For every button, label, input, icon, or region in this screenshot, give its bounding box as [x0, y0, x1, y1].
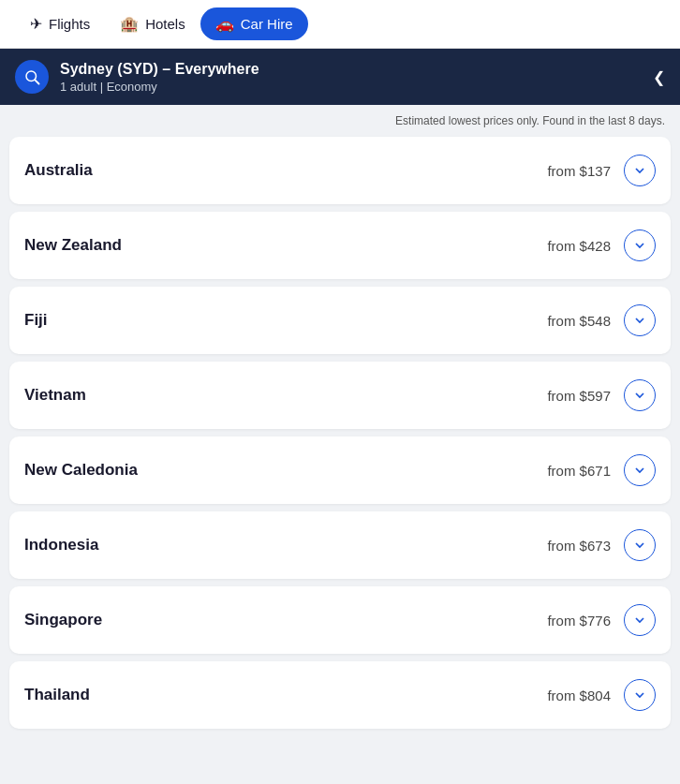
chevron-down-icon: [632, 463, 647, 478]
destination-price: from $776: [547, 613, 611, 629]
expand-button[interactable]: [624, 529, 656, 561]
destination-card: Indonesiafrom $673: [9, 511, 671, 579]
expand-button[interactable]: [624, 604, 656, 636]
tab-carhire-label: Car Hire: [241, 16, 293, 32]
destination-card: Vietnamfrom $597: [9, 362, 671, 429]
destination-name: Fiji: [24, 311, 547, 330]
destination-price: from $597: [547, 388, 611, 404]
search-icon: [23, 68, 40, 85]
destination-name: Thailand: [24, 686, 547, 704]
destination-list: Australiafrom $137New Zealandfrom $428Fi…: [0, 133, 680, 732]
destination-name: Indonesia: [24, 536, 547, 555]
destination-price: from $428: [547, 238, 611, 254]
expand-button[interactable]: [624, 454, 656, 486]
destination-card: Singaporefrom $776: [9, 586, 671, 654]
destination-name: Australia: [24, 161, 547, 180]
carhire-icon: 🚗: [215, 15, 234, 33]
svg-line-1: [35, 80, 38, 83]
destination-card: New Caledoniafrom $671: [9, 436, 671, 504]
search-bar: Sydney (SYD) – Everywhere 1 adult | Econ…: [0, 49, 680, 105]
tab-flights-label: Flights: [49, 16, 90, 32]
destination-name: New Zealand: [24, 236, 547, 255]
chevron-down-icon: [632, 613, 647, 628]
chevron-down-icon: [632, 313, 647, 328]
tab-carhire[interactable]: 🚗 Car Hire: [200, 7, 308, 40]
destination-name: New Caledonia: [24, 461, 547, 480]
search-text[interactable]: Sydney (SYD) – Everywhere 1 adult | Econ…: [60, 61, 642, 94]
chevron-down-icon: [632, 688, 647, 703]
expand-button[interactable]: [624, 155, 656, 186]
chevron-down-icon: [632, 388, 647, 403]
search-chevron-icon[interactable]: ❮: [653, 68, 665, 86]
destination-card: Australiafrom $137: [9, 137, 671, 204]
tab-flights[interactable]: ✈ Flights: [15, 7, 105, 40]
destination-card: New Zealandfrom $428: [9, 212, 671, 279]
destination-card: Fijifrom $548: [9, 287, 671, 354]
tab-hotels[interactable]: 🏨 Hotels: [105, 7, 200, 40]
expand-button[interactable]: [624, 679, 656, 711]
search-route: Sydney (SYD) – Everywhere: [60, 61, 642, 78]
expand-button[interactable]: [624, 379, 656, 411]
chevron-down-icon: [632, 538, 647, 553]
search-details: 1 adult | Economy: [60, 80, 642, 94]
tab-hotels-label: Hotels: [145, 16, 185, 32]
destination-price: from $137: [547, 163, 611, 179]
top-nav: ✈ Flights 🏨 Hotels 🚗 Car Hire: [0, 0, 680, 49]
disclaimer-text: Estimated lowest prices only. Found in t…: [0, 105, 680, 133]
destination-price: from $673: [547, 538, 611, 554]
expand-button[interactable]: [624, 229, 656, 261]
search-button[interactable]: [15, 60, 49, 94]
destination-card: Thailandfrom $804: [9, 661, 671, 729]
destination-price: from $804: [547, 688, 611, 703]
destination-price: from $548: [547, 313, 611, 329]
expand-button[interactable]: [624, 304, 656, 336]
destination-name: Singapore: [24, 611, 547, 629]
hotels-icon: 🏨: [120, 15, 139, 33]
chevron-down-icon: [632, 238, 647, 253]
flights-icon: ✈: [30, 15, 42, 33]
destination-name: Vietnam: [24, 386, 547, 405]
chevron-down-icon: [632, 163, 647, 178]
destination-price: from $671: [547, 463, 611, 479]
